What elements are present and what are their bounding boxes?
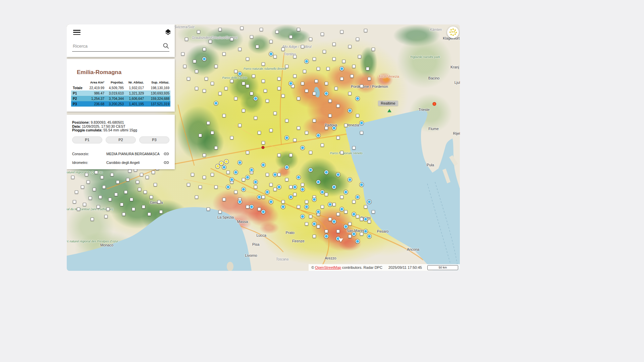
station-marker-square[interactable] xyxy=(344,124,347,127)
station-marker-blue[interactable] xyxy=(301,146,305,150)
station-marker-square[interactable] xyxy=(342,60,345,63)
station-marker-blue[interactable] xyxy=(301,215,305,219)
station-marker-square[interactable] xyxy=(203,48,206,51)
station-marker-blue[interactable] xyxy=(367,200,371,204)
station-marker-square[interactable] xyxy=(81,185,84,189)
station-marker-square[interactable] xyxy=(195,87,198,90)
station-marker-square[interactable] xyxy=(323,50,326,53)
station-marker-square[interactable] xyxy=(242,109,245,112)
station-marker-square[interactable] xyxy=(293,74,297,78)
station-marker-square[interactable] xyxy=(360,131,363,134)
station-marker-square[interactable] xyxy=(262,62,265,66)
station-marker-square[interactable] xyxy=(187,77,190,80)
station-marker-square[interactable] xyxy=(252,74,255,78)
station-marker-square[interactable] xyxy=(352,65,356,68)
station-marker-square[interactable] xyxy=(328,114,332,117)
station-marker-square[interactable] xyxy=(368,220,371,223)
station-marker-square[interactable] xyxy=(317,225,320,228)
station-marker-square[interactable] xyxy=(110,173,114,176)
station-marker-blue[interactable] xyxy=(309,168,313,172)
station-marker-square[interactable] xyxy=(246,151,249,154)
station-marker-square[interactable] xyxy=(366,67,369,70)
station-marker-square[interactable] xyxy=(73,200,76,203)
station-marker-blue[interactable] xyxy=(273,173,277,177)
station-marker-square[interactable] xyxy=(364,29,367,32)
station-marker-square[interactable] xyxy=(185,38,188,41)
station-marker-square[interactable] xyxy=(360,232,363,236)
station-marker-square[interactable] xyxy=(305,131,308,134)
station-marker-blue[interactable] xyxy=(250,205,254,209)
station-marker-square[interactable] xyxy=(301,82,304,85)
station-marker-square[interactable] xyxy=(230,38,233,41)
station-marker-blue[interactable] xyxy=(320,190,324,194)
station-marker-square[interactable] xyxy=(348,222,352,226)
station-marker-blue[interactable] xyxy=(246,175,250,179)
station-marker-square[interactable] xyxy=(360,218,363,221)
station-marker-square[interactable] xyxy=(368,77,371,80)
station-marker-square[interactable] xyxy=(281,48,285,51)
station-marker-square[interactable] xyxy=(273,112,277,115)
station-marker-square[interactable] xyxy=(120,203,123,206)
station-marker-blue[interactable] xyxy=(301,187,305,191)
station-marker-square[interactable] xyxy=(203,89,206,93)
station-marker-square[interactable] xyxy=(226,171,230,174)
station-marker-square[interactable] xyxy=(187,183,190,186)
station-marker-square[interactable] xyxy=(83,203,86,206)
station-marker-square[interactable] xyxy=(142,205,145,208)
station-marker-square[interactable] xyxy=(269,129,273,132)
station-marker-square[interactable] xyxy=(301,45,304,48)
station-marker-blue[interactable] xyxy=(312,222,316,226)
period-button-p2[interactable]: P2 xyxy=(106,136,136,143)
station-marker-square[interactable] xyxy=(122,213,125,216)
idrometro-link-icon[interactable] xyxy=(163,160,169,166)
station-marker-square[interactable] xyxy=(181,52,184,56)
station-marker-blue[interactable] xyxy=(234,170,238,174)
station-marker-blue[interactable] xyxy=(238,72,242,76)
station-marker-square[interactable] xyxy=(262,141,265,144)
station-marker-square[interactable] xyxy=(211,82,214,85)
station-marker-square[interactable] xyxy=(132,207,135,211)
station-marker-square[interactable] xyxy=(203,176,206,179)
station-marker-square[interactable] xyxy=(211,173,214,176)
station-marker-blue[interactable] xyxy=(344,190,348,194)
station-marker-square[interactable] xyxy=(313,235,316,238)
station-marker-square[interactable] xyxy=(313,92,316,95)
table-row-p1[interactable]: P1986.473,019,6101,321,329130,693,935 xyxy=(71,90,170,96)
station-marker-blue[interactable] xyxy=(352,212,356,216)
station-marker-square[interactable] xyxy=(328,218,332,221)
station-marker-square[interactable] xyxy=(297,97,300,100)
search-input[interactable] xyxy=(72,43,163,49)
station-marker-yellow[interactable] xyxy=(219,161,223,165)
station-marker-square[interactable] xyxy=(93,188,96,191)
station-marker-square[interactable] xyxy=(309,38,312,41)
station-marker-square[interactable] xyxy=(273,188,277,191)
station-marker-square[interactable] xyxy=(250,92,253,95)
station-marker-yellow[interactable] xyxy=(216,164,220,168)
station-marker-blue[interactable] xyxy=(269,52,273,56)
station-marker-square[interactable] xyxy=(116,180,119,184)
station-marker-square[interactable] xyxy=(297,126,300,130)
station-marker-square[interactable] xyxy=(275,30,279,34)
station-marker-square[interactable] xyxy=(321,33,324,36)
station-marker-square[interactable] xyxy=(325,126,328,130)
station-marker-yellow[interactable] xyxy=(224,160,228,164)
station-marker-square[interactable] xyxy=(146,176,149,179)
station-marker-square[interactable] xyxy=(222,52,226,56)
station-marker-square[interactable] xyxy=(348,45,352,48)
station-marker-square[interactable] xyxy=(281,200,285,203)
station-marker-blue[interactable] xyxy=(332,185,336,189)
station-marker-square[interactable] xyxy=(246,205,249,208)
station-marker-square[interactable] xyxy=(321,143,324,147)
station-marker-square[interactable] xyxy=(159,210,163,214)
station-marker-square[interactable] xyxy=(328,99,332,103)
station-marker-blue[interactable] xyxy=(360,121,364,125)
station-marker-square[interactable] xyxy=(266,173,269,176)
station-marker-square[interactable] xyxy=(199,134,202,137)
station-marker-blue[interactable] xyxy=(348,178,352,182)
station-marker-square[interactable] xyxy=(106,207,110,211)
station-marker-square[interactable] xyxy=(230,79,233,83)
station-marker-blue[interactable] xyxy=(257,195,261,199)
station-marker-blue[interactable] xyxy=(348,109,352,113)
station-marker-square[interactable] xyxy=(356,38,359,41)
station-marker-square[interactable] xyxy=(242,178,245,181)
